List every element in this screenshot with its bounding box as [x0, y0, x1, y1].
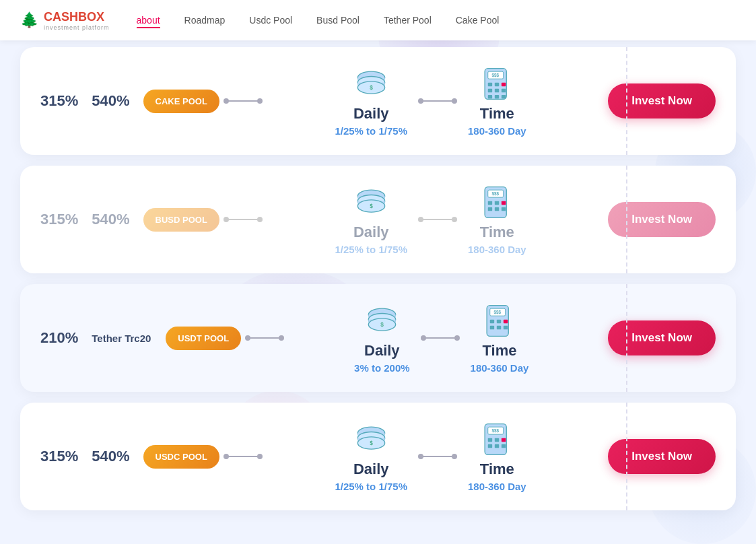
svg-rect-43 [504, 320, 508, 324]
connector-line-5 [248, 337, 281, 339]
usdt-badge: USDT POOL [166, 327, 241, 350]
svg-rect-61 [502, 444, 506, 448]
busd-badge: BUSD POOL [143, 208, 219, 232]
svg-text:$: $ [380, 322, 384, 328]
svg-rect-59 [488, 444, 492, 448]
usdc-center: $ Daily 1/25% to 1/75% $$$ [267, 421, 594, 492]
usdc-pool-card: 315% 540% USDC POOL $ Daily 1/25% to 1/7… [20, 403, 736, 510]
busd-daily-block: $ Daily 1/25% to 1/75% [335, 184, 407, 255]
cake-time-range: 180-360 Day [468, 125, 526, 137]
svg-rect-13 [502, 89, 506, 93]
usdt-connector-mid [423, 337, 457, 339]
nav-links: about Roadmap Usdc Pool Busd Pool Tether… [137, 14, 500, 26]
usdc-left: 315% 540% USDC POOL [40, 445, 219, 469]
busd-pool-card: 315% 540% BUSD POOL $ Daily 1/25% to 1/7… [20, 166, 736, 273]
usdt-daily-range: 3% to 200% [354, 362, 410, 374]
svg-rect-27 [495, 201, 499, 205]
nav-busd[interactable]: Busd Pool [316, 14, 359, 26]
svg-rect-16 [502, 95, 506, 99]
svg-rect-58 [502, 438, 506, 442]
busd-center: $ Daily 1/25% to 1/75% $$$ [267, 184, 594, 255]
nav-tether[interactable]: Tether Pool [384, 14, 432, 26]
usdt-label-name: Tether Trc20 [92, 333, 152, 344]
usdc-percent1: 315% [40, 448, 78, 465]
nav-usdc[interactable]: Usdc Pool [249, 14, 292, 26]
busd-left: 315% 540% BUSD POOL [40, 208, 219, 232]
busd-daily-label: Daily [353, 224, 389, 241]
usdt-time-range: 180-360 Day [471, 362, 529, 374]
cake-connector-left [226, 100, 260, 102]
usdc-invest-button[interactable]: Invest Now [608, 439, 716, 474]
svg-text:$$$: $$$ [491, 73, 499, 78]
usdt-percent1: 210% [40, 329, 78, 347]
usdt-daily-block: $ Daily 3% to 200% [354, 302, 410, 374]
svg-rect-14 [488, 95, 492, 99]
svg-rect-46 [504, 326, 508, 330]
nav-roadmap[interactable]: Roadmap [184, 14, 226, 26]
logo-name: CASHBOX [44, 10, 104, 24]
svg-text:$: $ [370, 203, 373, 209]
busd-time-label: Time [480, 224, 514, 241]
usdc-badge: USDC POOL [143, 445, 219, 469]
svg-rect-28 [502, 201, 506, 205]
connector-line-3 [226, 219, 260, 220]
usdc-time-range: 180-360 Day [468, 481, 526, 492]
cake-badge: CAKE POOL [143, 90, 219, 113]
calc-icon: $$$ [479, 65, 516, 102]
usdt-time-label: Time [482, 342, 516, 360]
usdt-center: $ Daily 3% to 200% $$$ [288, 302, 594, 374]
main-content: 315% 540% CAKE POOL $ Daily 1/25% to 1/7… [0, 0, 756, 541]
cake-daily-range: 1/25% to 1/75% [335, 125, 407, 137]
navbar: 🌲 CASHBOX investment platform about Road… [0, 0, 756, 40]
svg-rect-57 [495, 438, 499, 442]
logo: 🌲 CASHBOX investment platform [20, 10, 110, 31]
coin-icon-usdt: $ [364, 302, 401, 339]
connector-line-8 [421, 456, 454, 457]
busd-invest-button[interactable]: Invest Now [608, 202, 716, 237]
connector-line-7 [226, 456, 260, 457]
coin-icon: $ [353, 65, 390, 102]
usdc-time-label: Time [480, 461, 514, 478]
nav-cake[interactable]: Cake Pool [456, 14, 500, 26]
usdt-time-block: $$$ Time 180-360 Day [471, 302, 529, 374]
usdc-time-block: $$$ Time 180-360 Day [468, 421, 526, 492]
svg-rect-45 [497, 326, 501, 330]
usdt-invest-button[interactable]: Invest Now [608, 320, 716, 355]
svg-rect-12 [495, 89, 499, 93]
svg-rect-60 [495, 444, 499, 448]
usdt-left: 210% Tether Trc20 USDT POOL [40, 327, 241, 350]
svg-rect-26 [488, 201, 492, 205]
coin-icon-usdc: $ [353, 421, 390, 458]
calc-icon-usdc: $$$ [479, 421, 516, 458]
svg-rect-11 [488, 89, 492, 93]
svg-rect-10 [502, 83, 506, 87]
cake-time-label: Time [480, 105, 514, 123]
svg-rect-44 [490, 326, 494, 330]
svg-text:$$$: $$$ [491, 191, 499, 197]
svg-rect-31 [502, 207, 506, 211]
coin-icon-busd: $ [353, 184, 390, 221]
usdc-daily-block: $ Daily 1/25% to 1/75% [335, 421, 407, 492]
svg-rect-8 [488, 83, 492, 87]
busd-connector-mid [421, 219, 454, 220]
logo-icon: 🌲 [20, 11, 38, 29]
svg-rect-56 [488, 438, 492, 442]
busd-time-block: $$$ Time 180-360 Day [468, 184, 526, 255]
svg-text:$: $ [370, 440, 373, 446]
cake-center: $ Daily 1/25% to 1/75% [267, 65, 594, 137]
cake-daily-label: Daily [353, 105, 389, 123]
usdc-daily-range: 1/25% to 1/75% [335, 481, 407, 492]
connector-line-1 [226, 100, 260, 102]
svg-rect-29 [488, 207, 492, 211]
usdc-percent2: 540% [92, 448, 129, 465]
cake-time-block: $$$ Time 180-360 Day [468, 65, 526, 137]
nav-about[interactable]: about [137, 14, 160, 26]
busd-percent1: 315% [40, 211, 78, 228]
connector-line-6 [423, 337, 457, 339]
calc-icon-usdt: $$$ [481, 302, 518, 339]
usdt-daily-label: Daily [364, 342, 400, 360]
svg-rect-15 [495, 95, 499, 99]
usdc-connector-left [226, 456, 260, 457]
svg-rect-42 [497, 320, 501, 324]
cake-invest-button[interactable]: Invest Now [608, 83, 716, 118]
